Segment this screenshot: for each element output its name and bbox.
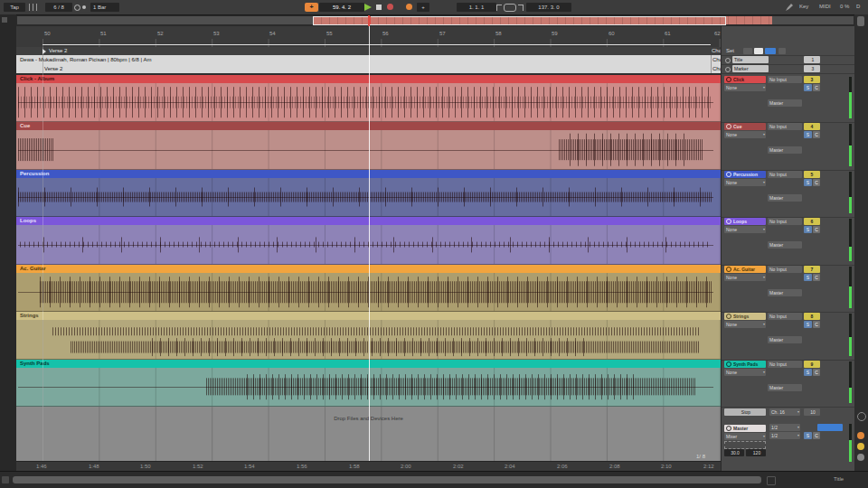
panel-track-name[interactable]: Cue bbox=[724, 123, 766, 130]
input-channel-chooser[interactable]: None bbox=[724, 179, 766, 186]
loop-switch[interactable] bbox=[504, 4, 516, 12]
loop-start-field[interactable]: 1. 1. 1 bbox=[457, 3, 496, 12]
track-activator[interactable]: 1 bbox=[804, 56, 820, 63]
input-channel-chooser[interactable]: None bbox=[724, 131, 766, 138]
tap-tempo-button[interactable]: Tap bbox=[4, 3, 25, 12]
output-chooser[interactable]: Master bbox=[768, 336, 802, 343]
locator-label-next[interactable]: Chorus bbox=[712, 48, 721, 53]
output-chooser[interactable]: Master bbox=[768, 99, 802, 107]
marker-track-name[interactable]: Marker bbox=[732, 65, 769, 72]
arm-icon[interactable] bbox=[726, 361, 731, 367]
output-chooser[interactable]: Master bbox=[768, 146, 802, 154]
output-chooser[interactable]: Master bbox=[768, 289, 802, 296]
track-activator[interactable]: 3 bbox=[804, 76, 820, 83]
arm-icon[interactable] bbox=[726, 219, 731, 224]
loop-region-line[interactable] bbox=[42, 44, 711, 45]
punch-in-icon[interactable] bbox=[496, 5, 502, 11]
arm-icon[interactable] bbox=[726, 77, 731, 82]
crossfade-button[interactable]: C bbox=[813, 432, 820, 439]
input-type-chooser[interactable]: No Input bbox=[768, 361, 802, 368]
solo-button[interactable]: S bbox=[804, 321, 812, 328]
status-corner-button[interactable] bbox=[2, 476, 9, 483]
master-value-a[interactable]: 30.0 bbox=[724, 449, 744, 456]
input-channel-chooser[interactable]: None bbox=[724, 369, 766, 376]
midi-map-button[interactable]: MIDI bbox=[819, 4, 831, 9]
record-button[interactable] bbox=[387, 4, 393, 10]
time-signature-field[interactable]: 6 / 8 bbox=[45, 3, 72, 12]
zoom-out-button[interactable] bbox=[857, 454, 864, 461]
panel-track-name[interactable]: Click bbox=[724, 76, 766, 83]
output-chooser[interactable]: Master bbox=[768, 194, 802, 202]
crossfade-button[interactable]: C bbox=[813, 226, 820, 233]
arrangement-overview[interactable] bbox=[16, 15, 854, 25]
horizontal-scrollbar[interactable] bbox=[13, 476, 761, 483]
crossfade-button[interactable]: C bbox=[813, 274, 820, 281]
metronome-dot-icon[interactable] bbox=[82, 5, 86, 9]
follow-scroll-button[interactable] bbox=[857, 432, 864, 439]
vertical-scrollbar[interactable] bbox=[857, 16, 864, 26]
crossfade-button[interactable]: C bbox=[813, 321, 820, 328]
input-type-chooser[interactable]: No Input bbox=[768, 171, 802, 178]
punch-out-icon[interactable] bbox=[518, 5, 524, 11]
marker-clip-text[interactable]: Verse 2 bbox=[44, 66, 62, 71]
loop-length-field[interactable]: 137. 3. 0 bbox=[526, 3, 571, 12]
marker-clip-right[interactable]: Chorus bbox=[712, 66, 721, 71]
master-selected-button[interactable] bbox=[817, 424, 843, 431]
output-chooser[interactable]: Master bbox=[768, 384, 802, 391]
metronome-icon[interactable] bbox=[74, 5, 80, 11]
automation-arm-button[interactable] bbox=[406, 4, 412, 10]
solo-button[interactable]: S bbox=[804, 369, 812, 376]
track-activator[interactable]: 8 bbox=[804, 313, 820, 320]
quantize-menu[interactable]: 1 Bar bbox=[90, 3, 119, 12]
left-rail-button[interactable] bbox=[2, 17, 7, 23]
mixer-chooser[interactable]: Mixer bbox=[724, 433, 766, 440]
follow-button[interactable]: + bbox=[305, 3, 318, 12]
master-out-chooser[interactable]: 1/2 bbox=[769, 424, 800, 431]
playhead[interactable] bbox=[369, 26, 370, 461]
input-type-chooser[interactable]: No Input bbox=[768, 123, 802, 130]
solo-button[interactable]: S bbox=[804, 131, 812, 138]
track-activator[interactable]: 5 bbox=[804, 171, 820, 178]
stop-clips-button[interactable]: Stop bbox=[724, 408, 766, 416]
set-toolbar-button-1[interactable] bbox=[743, 48, 752, 54]
zoom-to-fit-button[interactable] bbox=[857, 443, 864, 450]
crossfade-button[interactable]: C bbox=[813, 84, 820, 91]
arrangement-position-field[interactable]: 59. 4. 2 bbox=[319, 3, 364, 12]
solo-button[interactable]: S bbox=[804, 226, 812, 233]
arm-icon[interactable] bbox=[725, 67, 731, 72]
panel-track-name[interactable]: Ac. Guitar bbox=[724, 266, 766, 273]
input-channel-chooser[interactable]: None bbox=[724, 321, 766, 328]
locator-label[interactable]: Verse 2 bbox=[49, 48, 67, 53]
solo-button[interactable]: S bbox=[804, 179, 812, 186]
panel-track-name[interactable]: Percussion bbox=[724, 171, 766, 178]
track-activator[interactable]: 3 bbox=[804, 65, 820, 72]
arm-icon[interactable] bbox=[725, 58, 731, 63]
input-type-chooser[interactable]: No Input bbox=[768, 218, 802, 225]
crossfade-button[interactable]: C bbox=[813, 131, 820, 138]
title-clip-right[interactable]: Chorus bbox=[712, 57, 721, 62]
input-channel-chooser[interactable]: None bbox=[724, 274, 766, 281]
panel-track-name[interactable]: Strings bbox=[724, 313, 766, 320]
key-map-button[interactable]: Key bbox=[799, 4, 808, 9]
lock-icon[interactable] bbox=[778, 48, 786, 54]
scroll-end-button[interactable] bbox=[767, 476, 776, 485]
cue-out-chooser[interactable]: 1/2 bbox=[769, 432, 800, 439]
draw-mode-icon[interactable] bbox=[786, 4, 793, 11]
track-activator[interactable]: 9 bbox=[804, 361, 820, 368]
arm-icon[interactable] bbox=[726, 267, 731, 272]
track-activator[interactable]: 6 bbox=[804, 218, 820, 225]
crossfade-button[interactable]: C bbox=[813, 179, 820, 186]
arm-icon[interactable] bbox=[726, 314, 731, 319]
input-type-chooser[interactable]: No Input bbox=[768, 266, 802, 273]
input-type-chooser[interactable]: No Input bbox=[768, 76, 802, 83]
arm-icon[interactable] bbox=[726, 124, 731, 129]
master-track-name[interactable]: Master bbox=[724, 425, 766, 432]
panel-track-name[interactable]: Loops bbox=[724, 218, 766, 225]
title-clip-text[interactable]: Dewa - Mukadimah, Roman Picisan | 80bpm … bbox=[20, 57, 151, 62]
output-chooser[interactable]: Master bbox=[768, 241, 802, 249]
solo-button[interactable]: S bbox=[804, 84, 812, 91]
track-activator[interactable]: 7 bbox=[804, 266, 820, 273]
capture-midi-button[interactable]: + bbox=[417, 3, 429, 12]
overview-viewport-box[interactable] bbox=[313, 16, 726, 25]
crossfade-button[interactable]: C bbox=[813, 369, 820, 376]
